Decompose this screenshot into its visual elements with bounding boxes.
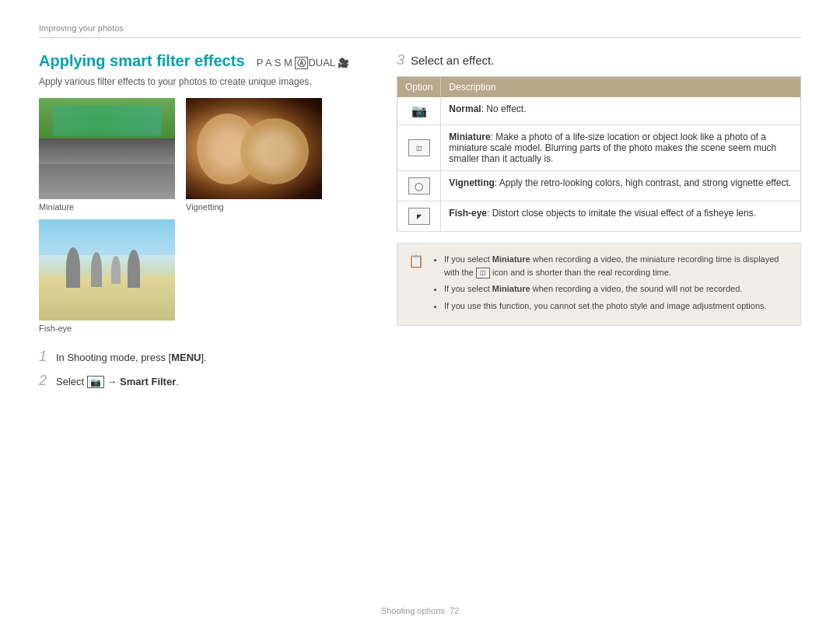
step-2-number: 2 bbox=[39, 373, 51, 389]
footer-page: 72 bbox=[450, 606, 459, 615]
note-icon: 📋 bbox=[408, 254, 424, 316]
icon-fisheye: ◤ bbox=[397, 201, 441, 232]
note-item: If you use this function, you cannot set… bbox=[444, 299, 789, 313]
step-1-number: 1 bbox=[39, 349, 51, 365]
step-1-text: In Shooting mode, press [MENU]. bbox=[56, 352, 207, 363]
step-2: 2 Select 📷 → Smart Filter. bbox=[39, 373, 366, 389]
photo-vignetting-label: Vignetting bbox=[186, 202, 322, 212]
note-content: If you select Miniature when recording a… bbox=[432, 253, 789, 316]
divider bbox=[39, 37, 801, 38]
title-area: Applying smart filter effects P A S M ⒶD… bbox=[39, 52, 366, 70]
photo-fisheye bbox=[39, 219, 175, 321]
right-column: 3 Select an effect. Option Description 📷 bbox=[397, 52, 801, 397]
desc-normal: Normal: No effect. bbox=[441, 97, 801, 125]
content-area: Applying smart filter effects P A S M ⒶD… bbox=[39, 52, 801, 397]
photo-miniature-label: Miniature bbox=[39, 202, 175, 212]
desc-miniature: Miniature: Make a photo of a life-size l… bbox=[441, 125, 801, 171]
icon-miniature: ◫ bbox=[397, 125, 441, 171]
photo-vignetting bbox=[186, 98, 322, 199]
footer-text: Shooting options bbox=[381, 606, 445, 615]
col-description: Description bbox=[441, 77, 801, 98]
table-row: ◤ Fish-eye: Distort close objects to imi… bbox=[397, 201, 801, 232]
title-icons: P A S M ⒶDUAL 🎥 bbox=[254, 57, 349, 68]
photo-vignetting-container: Vignetting bbox=[186, 98, 322, 212]
breadcrumb: Improving your photos bbox=[39, 23, 801, 33]
footer: Shooting options 72 bbox=[0, 606, 840, 615]
page: Improving your photos Applying smart fil… bbox=[0, 0, 840, 634]
step-2-text: Select 📷 → Smart Filter. bbox=[56, 376, 179, 387]
top-images-row: Miniature Vignetting bbox=[39, 98, 366, 212]
section-title: Applying smart filter effects bbox=[39, 52, 245, 69]
table-row: ◯ Vignetting: Apply the retro-looking co… bbox=[397, 171, 801, 201]
col-option: Option bbox=[397, 77, 441, 98]
miniature-icon-box: ◫ bbox=[408, 139, 430, 156]
left-column: Applying smart filter effects P A S M ⒶD… bbox=[39, 52, 366, 397]
images-grid: Miniature Vignetting bbox=[39, 98, 366, 333]
photo-miniature bbox=[39, 98, 175, 199]
table-row: 📷 Normal: No effect. bbox=[397, 97, 801, 125]
icon-vignetting: ◯ bbox=[397, 171, 441, 201]
photo-miniature-container: Miniature bbox=[39, 98, 175, 212]
step-3-number: 3 bbox=[397, 52, 404, 68]
steps: 1 In Shooting mode, press [MENU]. 2 Sele… bbox=[39, 349, 366, 389]
subtitle: Apply various filter effects to your pho… bbox=[39, 76, 366, 87]
effects-table: Option Description 📷 Normal: No effect. bbox=[397, 76, 801, 232]
note-item: If you select Miniature when recording a… bbox=[444, 282, 789, 296]
inline-icon-miniature: ◫ bbox=[476, 268, 490, 278]
photo-fisheye-label: Fish-eye bbox=[39, 324, 175, 333]
bottom-images-row: Fish-eye bbox=[39, 219, 366, 333]
desc-fisheye: Fish-eye: Distort close objects to imita… bbox=[441, 201, 801, 232]
step-1: 1 In Shooting mode, press [MENU]. bbox=[39, 349, 366, 365]
note-box: 📋 If you select Miniature when recording… bbox=[397, 243, 801, 326]
step-3-text: Select an effect. bbox=[411, 54, 494, 67]
table-row: ◫ Miniature: Make a photo of a life-size… bbox=[397, 125, 801, 171]
note-item: If you select Miniature when recording a… bbox=[444, 253, 789, 278]
select-effect-title: 3 Select an effect. bbox=[397, 52, 801, 68]
vignetting-icon-box: ◯ bbox=[408, 177, 430, 194]
photo-fisheye-container: Fish-eye bbox=[39, 219, 175, 333]
fisheye-icon-box: ◤ bbox=[408, 208, 430, 225]
desc-vignetting: Vignetting: Apply the retro-looking colo… bbox=[441, 171, 801, 201]
icon-normal: 📷 bbox=[397, 97, 441, 125]
